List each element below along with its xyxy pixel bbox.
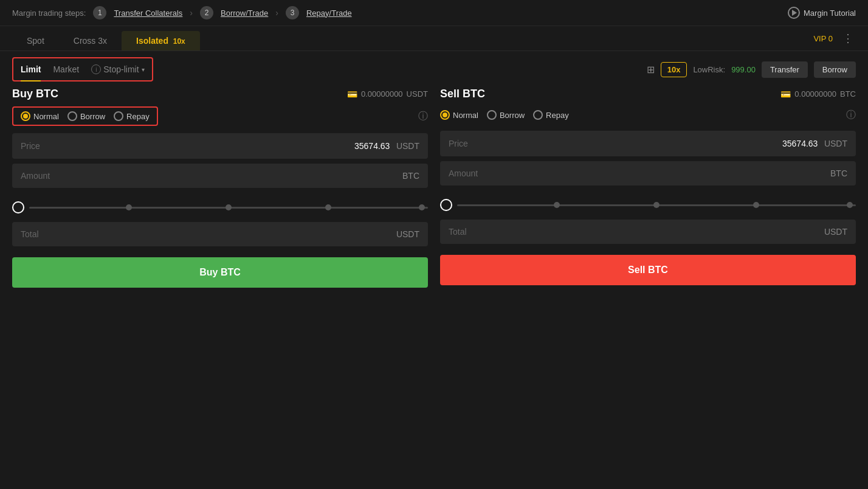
buy-total-currency: USDT [396, 229, 419, 239]
calculator-icon[interactable]: ⊞ [647, 64, 655, 75]
sell-normal-radio-inner [443, 113, 447, 117]
order-controls-row: Limit Market i Stop-limit ▾ ⊞ 10x LowRis… [12, 51, 856, 88]
buy-normal-radio[interactable]: Normal [21, 111, 59, 121]
sell-price-value: 35674.63 [782, 139, 818, 148]
buy-amount-currency: BTC [402, 171, 419, 181]
buy-panel-title: Buy BTC [12, 88, 58, 100]
buy-balance-info: 💳 0.00000000 USDT [347, 89, 428, 99]
sell-panel-header: Sell BTC 💳 0.00000000 BTC [440, 88, 856, 100]
buy-balance-value: 0.00000000 [361, 89, 403, 99]
step-1-link[interactable]: Transfer Collaterals [114, 9, 182, 18]
step-2-number: 2 [200, 6, 213, 19]
margin-steps-label: Margin trading steps: [12, 9, 86, 18]
sell-slider-dot-75 [753, 202, 759, 208]
sell-price-value-group: 35674.63 USDT [782, 138, 847, 149]
buy-btc-button[interactable]: Buy BTC [12, 257, 428, 288]
lowrisk-label: LowRisk: [693, 65, 725, 74]
order-type-selector: Limit Market i Stop-limit ▾ [12, 57, 153, 82]
wallet-icon-buy: 💳 [347, 89, 357, 99]
sell-repay-radio[interactable]: Repay [533, 110, 569, 120]
buy-total-label: Total [21, 229, 39, 239]
stop-limit-chevron-icon: ▾ [142, 66, 145, 73]
buy-slider-dot-100 [419, 204, 425, 210]
play-icon [788, 7, 800, 19]
step-1-number: 1 [93, 6, 106, 19]
sell-order-mode-selector: Normal Borrow Repay [440, 106, 569, 123]
borrow-button[interactable]: Borrow [814, 61, 856, 78]
buy-price-label: Price [21, 141, 40, 151]
wallet-icon-sell: 💳 [780, 89, 791, 99]
buy-repay-radio-outer [114, 111, 123, 121]
trading-panels: Buy BTC 💳 0.00000000 USDT Normal [12, 88, 856, 288]
sell-slider-row[interactable] [440, 190, 856, 220]
tab-spot[interactable]: Spot [12, 31, 59, 50]
sell-balance-info: 💳 0.00000000 BTC [780, 89, 856, 99]
buy-normal-radio-outer [21, 111, 30, 121]
sell-slider-handle[interactable] [440, 199, 452, 211]
buy-order-mode-row: Normal Borrow Repay ⓘ [12, 106, 428, 126]
step-1-arrow: › [190, 8, 193, 18]
lowrisk-value: 999.00 [731, 65, 756, 74]
sell-borrow-radio[interactable]: Borrow [487, 110, 525, 120]
sell-amount-currency: BTC [830, 168, 847, 178]
leverage-button[interactable]: 10x [661, 62, 687, 77]
tab-isolated[interactable]: Isolated 10x [122, 31, 200, 50]
buy-slider-dot-50 [226, 204, 232, 210]
transfer-button[interactable]: Transfer [762, 61, 808, 78]
buy-slider-dot-75 [325, 204, 331, 210]
play-triangle-icon [792, 10, 797, 16]
main-content: Limit Market i Stop-limit ▾ ⊞ 10x LowRis… [0, 51, 868, 288]
limit-order-tab[interactable]: Limit [21, 63, 41, 75]
sell-panel-title: Sell BTC [440, 88, 485, 100]
buy-slider-track[interactable] [29, 207, 428, 209]
sell-price-field[interactable]: Price 35674.63 USDT [440, 131, 856, 156]
buy-normal-radio-inner [23, 114, 28, 119]
sell-normal-radio[interactable]: Normal [440, 110, 478, 120]
stop-limit-tab[interactable]: i Stop-limit ▾ [91, 64, 144, 74]
sell-price-label: Price [449, 139, 468, 148]
sell-balance-currency: BTC [840, 89, 856, 99]
buy-price-value: 35674.63 [354, 141, 390, 151]
sell-borrow-radio-outer [487, 110, 497, 120]
vip-badge: VIP 0 [813, 34, 833, 43]
sell-panel: Sell BTC 💳 0.00000000 BTC Normal [440, 88, 856, 288]
more-menu-button[interactable]: ⋮ [840, 32, 856, 45]
sell-slider-dot-100 [847, 202, 853, 208]
buy-info-icon[interactable]: ⓘ [418, 110, 428, 123]
buy-price-value-group: 35674.63 USDT [354, 140, 419, 151]
buy-borrow-radio[interactable]: Borrow [67, 111, 105, 121]
sell-repay-radio-outer [533, 110, 543, 120]
buy-order-mode-selector: Normal Borrow Repay [12, 106, 158, 126]
sell-total-field[interactable]: Total USDT [440, 220, 856, 244]
buy-price-currency: USDT [396, 141, 419, 151]
buy-repay-radio[interactable]: Repay [114, 111, 150, 121]
step-2-link[interactable]: Borrow/Trade [221, 9, 268, 18]
sell-btc-button[interactable]: Sell BTC [440, 255, 856, 285]
sell-amount-field[interactable]: Amount BTC [440, 161, 856, 186]
sell-balance-value: 0.00000000 [794, 89, 836, 99]
buy-panel-header: Buy BTC 💳 0.00000000 USDT [12, 88, 428, 100]
buy-balance-currency: USDT [407, 89, 428, 99]
buy-panel: Buy BTC 💳 0.00000000 USDT Normal [12, 88, 428, 288]
step-3-link[interactable]: Repay/Trade [306, 9, 352, 18]
buy-slider-handle[interactable] [12, 201, 24, 213]
step-2-arrow: › [275, 8, 278, 18]
sell-total-currency: USDT [824, 227, 847, 237]
sell-total-label: Total [449, 227, 467, 237]
right-controls: ⊞ 10x LowRisk: 999.00 Transfer Borrow [647, 61, 856, 78]
market-order-tab[interactable]: Market [53, 63, 79, 75]
tab-bar: Spot Cross 3x Isolated 10x VIP 0 ⋮ [0, 26, 868, 51]
step-3-number: 3 [286, 6, 299, 19]
buy-total-field[interactable]: Total USDT [12, 222, 428, 246]
isolated-badge: 10x [173, 37, 185, 46]
buy-slider-row[interactable] [12, 193, 428, 222]
tab-cross[interactable]: Cross 3x [59, 31, 122, 50]
sell-amount-label: Amount [449, 168, 478, 178]
sell-slider-dot-50 [653, 202, 660, 208]
sell-slider-track[interactable] [457, 204, 856, 206]
tutorial-button[interactable]: Margin Tutorial [788, 7, 856, 19]
buy-amount-field[interactable]: Amount BTC [12, 164, 428, 188]
buy-borrow-radio-outer [67, 111, 77, 121]
sell-info-icon[interactable]: ⓘ [846, 109, 856, 122]
buy-price-field[interactable]: Price 35674.63 USDT [12, 133, 428, 159]
